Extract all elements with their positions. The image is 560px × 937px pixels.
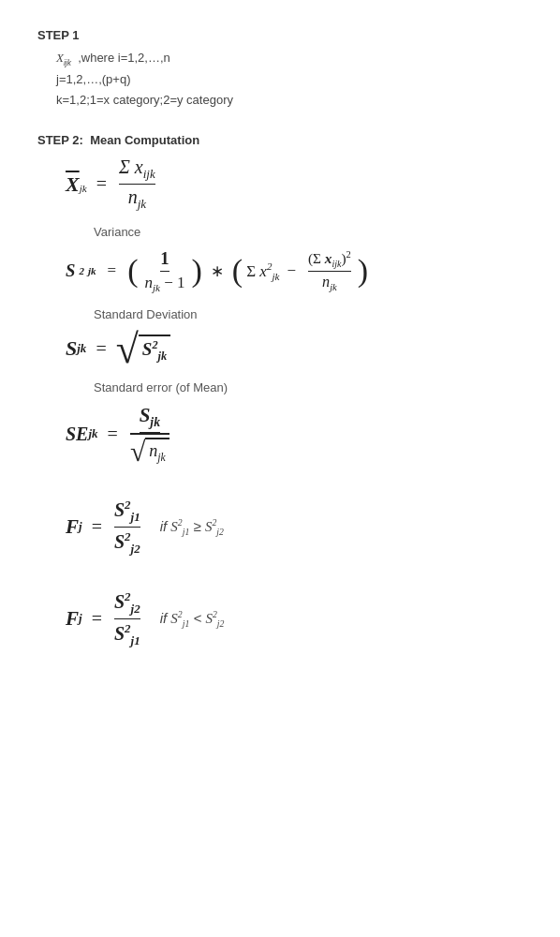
step2-label: STEP 2: Mean Computation — [37, 133, 523, 147]
step1-content: Xijk ,where i=1,2,…,n j=1,2,…,(p+q) k=1,… — [56, 48, 523, 111]
close-paren-2: ) — [358, 255, 368, 287]
variance-label: Variance — [94, 225, 523, 239]
variance-formula: S2jk = ( 1 njk − 1 ) ∗ ( Σ x2jk − (Σ xij… — [66, 248, 523, 293]
variance-frac2: (Σ xijk)2 njk — [308, 249, 351, 293]
sqrt-symbol: √ — [116, 331, 139, 368]
step1-line2: j=1,2,…,(p+q) — [56, 69, 523, 90]
sigma-x-sq: Σ x2jk — [246, 260, 279, 282]
sqrt-content: S2jk — [139, 335, 170, 364]
x-bar: X — [66, 172, 80, 197]
stddev-label: Standard Deviation — [94, 307, 523, 321]
step1-line3: k=1,2;1=x category;2=y category — [56, 90, 523, 111]
mean-numerator: Σ xijk — [119, 156, 155, 185]
mean-formula: X jk = Σ xijk njk — [66, 156, 523, 212]
open-paren-1: ( — [127, 255, 138, 287]
step2-section: STEP 2: Mean Computation X jk = Σ xijk n… — [37, 133, 523, 464]
stderr-fraction: Sjk √ njk — [130, 404, 169, 464]
open-paren-2: ( — [232, 255, 243, 287]
close-paren-1: ) — [192, 255, 202, 287]
s-squared-jk-left: S — [66, 260, 75, 281]
fj-condition1: if S2j1 ≥ S2j2 — [160, 517, 224, 537]
stderr-formula: SEjk = Sjk √ njk — [66, 404, 523, 464]
mean-denominator: njk — [128, 185, 146, 212]
fj-formula1: Fj = S2j1 S2j2 if S2j1 ≥ S2j2 — [66, 498, 523, 556]
fj-frac2: S2j2 S2j1 — [114, 589, 140, 647]
stderr-sqrt: √ njk — [130, 438, 169, 464]
step1-line1: Xijk ,where i=1,2,…,n — [56, 48, 523, 69]
sqrt-wrapper: √ S2jk — [116, 331, 171, 368]
stddev-formula: Sjk = √ S2jk — [66, 331, 523, 368]
step1-section: STEP 1 Xijk ,where i=1,2,…,n j=1,2,…,(p+… — [37, 28, 523, 111]
fj-section1: Fj = S2j1 S2j2 if S2j1 ≥ S2j2 — [37, 498, 523, 556]
mean-fraction: Σ xijk njk — [119, 156, 155, 212]
se-jk-left: SE — [66, 424, 88, 445]
fj-formula2: Fj = S2j2 S2j1 if S2j1 < S2j2 — [66, 589, 523, 647]
step2-sublabel: Mean Computation — [90, 133, 199, 147]
stderr-label: Standard error (of Mean) — [94, 380, 523, 394]
s-jk-left: S — [66, 336, 77, 361]
fj-frac1: S2j1 S2j2 — [114, 498, 140, 556]
variance-frac1: 1 njk − 1 — [144, 248, 184, 293]
fj-section2: Fj = S2j2 S2j1 if S2j1 < S2j2 — [37, 589, 523, 647]
step1-label: STEP 1 — [37, 28, 523, 42]
fj-condition2: if S2j1 < S2j2 — [160, 609, 225, 629]
